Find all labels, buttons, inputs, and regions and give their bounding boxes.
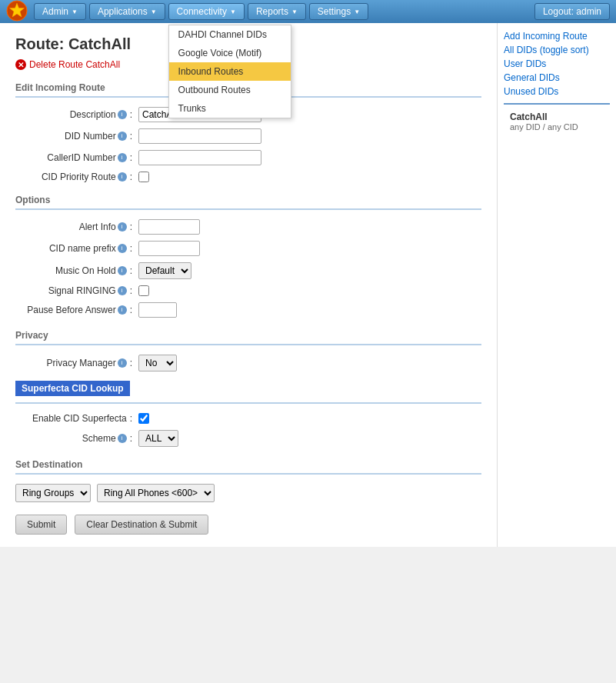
signal-ringing-row: Signal RINGING i :: [15, 285, 481, 296]
add-incoming-route-link[interactable]: Add Incoming Route: [504, 29, 610, 43]
connectivity-menu-container[interactable]: Connectivity ▼ DAHDI Channel DIDs Google…: [168, 3, 248, 20]
right-sidebar-divider: [504, 103, 610, 105]
top-navigation: Admin ▼ Applications ▼ Connectivity ▼ DA…: [0, 0, 616, 23]
settings-menu[interactable]: Settings ▼: [309, 3, 371, 20]
superfecta-header: Superfecta CID Lookup: [15, 381, 130, 396]
pause-before-input[interactable]: [138, 302, 177, 318]
connectivity-button[interactable]: Connectivity ▼: [168, 3, 245, 20]
cid-name-prefix-input[interactable]: [138, 241, 200, 256]
alert-info-label: Alert Info i :: [15, 222, 138, 232]
chevron-down-icon: ▼: [291, 8, 298, 15]
delete-icon: ✕: [15, 59, 26, 70]
all-dids-link[interactable]: All DIDs (toggle sort): [504, 43, 610, 57]
logout-button[interactable]: Logout: admin: [534, 3, 610, 20]
reports-menu[interactable]: Reports ▼: [248, 3, 309, 20]
signal-ringing-label: Signal RINGING i :: [15, 285, 138, 296]
connectivity-dropdown: DAHDI Channel DIDs Google Voice (Motif) …: [168, 25, 291, 118]
cid-name-prefix-info-icon[interactable]: i: [118, 244, 127, 253]
button-row: Submit Clear Destination & Submit: [15, 515, 481, 535]
cid-priority-info-icon[interactable]: i: [118, 172, 127, 182]
privacy-section-header: Privacy: [15, 330, 481, 341]
description-label: Description i :: [15, 109, 138, 120]
pause-before-label: Pause Before Answer i :: [15, 305, 138, 315]
enable-cid-superfecta-checkbox[interactable]: [138, 413, 149, 424]
general-dids-link[interactable]: General DIDs: [504, 71, 610, 85]
privacy-manager-select[interactable]: No Yes: [138, 355, 177, 371]
settings-button[interactable]: Settings ▼: [309, 3, 368, 20]
chevron-down-icon: ▼: [72, 8, 78, 15]
menu-item-trunks[interactable]: Trunks: [169, 99, 291, 118]
callerid-row: CallerID Number i :: [15, 150, 481, 165]
logo: [6, 0, 28, 24]
cid-priority-checkbox[interactable]: [138, 172, 149, 182]
reports-button[interactable]: Reports ▼: [248, 3, 306, 20]
scheme-info-icon[interactable]: i: [118, 434, 127, 443]
clear-destination-submit-button[interactable]: Clear Destination & Submit: [75, 515, 208, 535]
alert-info-icon[interactable]: i: [118, 222, 127, 232]
submit-button[interactable]: Submit: [15, 515, 67, 535]
scheme-label: Scheme i :: [15, 433, 138, 444]
current-route-name: CatchAll: [510, 112, 604, 122]
callerid-info-icon[interactable]: i: [118, 153, 127, 162]
admin-menu[interactable]: Admin ▼: [34, 3, 89, 20]
section-divider-5: [15, 473, 481, 475]
privacy-manager-label: Privacy Manager i :: [15, 358, 138, 368]
menu-item-dahdi[interactable]: DAHDI Channel DIDs: [169, 25, 291, 44]
user-dids-link[interactable]: User DIDs: [504, 57, 610, 71]
scheme-row: Scheme i : ALL: [15, 430, 481, 447]
signal-ringing-info-icon[interactable]: i: [118, 286, 127, 295]
privacy-manager-info-icon[interactable]: i: [118, 358, 127, 368]
unused-dids-link[interactable]: Unused DIDs: [504, 85, 610, 98]
current-route-info: CatchAll any DID / any CID: [504, 109, 610, 134]
privacy-manager-row: Privacy Manager i : No Yes: [15, 355, 481, 371]
chevron-down-icon: ▼: [354, 8, 360, 15]
music-on-hold-label: Music On Hold i :: [15, 265, 138, 276]
did-number-input[interactable]: [138, 128, 261, 144]
did-number-row: DID Number i :: [15, 128, 481, 144]
section-divider-4: [15, 402, 481, 404]
pause-before-row: Pause Before Answer i :: [15, 302, 481, 318]
destination-target-select[interactable]: Ring All Phones <600>: [97, 484, 215, 502]
music-on-hold-select[interactable]: Default: [138, 262, 191, 279]
pause-before-info-icon[interactable]: i: [118, 305, 127, 315]
music-on-hold-row: Music On Hold i : Default: [15, 262, 481, 279]
did-info-icon[interactable]: i: [118, 132, 127, 141]
page-layout: Route: CatchAll ✕ Delete Route CatchAll …: [0, 23, 616, 547]
admin-button[interactable]: Admin ▼: [34, 3, 86, 20]
section-divider-3: [15, 344, 481, 345]
cid-priority-label: CID Priority Route i :: [15, 172, 138, 182]
alert-info-input[interactable]: [138, 219, 200, 235]
description-info-icon[interactable]: i: [118, 110, 127, 119]
chevron-down-icon: ▼: [151, 8, 157, 15]
applications-menu[interactable]: Applications ▼: [89, 3, 168, 20]
scheme-select[interactable]: ALL: [138, 430, 178, 447]
alert-info-row: Alert Info i :: [15, 219, 481, 235]
destination-row: Ring Groups Extensions Queues Voicemail …: [15, 484, 481, 502]
enable-cid-superfecta-row: Enable CID Superfecta :: [15, 413, 481, 424]
menu-item-inbound-routes[interactable]: Inbound Routes: [169, 62, 291, 81]
enable-cid-label: Enable CID Superfecta :: [15, 413, 138, 424]
chevron-down-icon: ▼: [230, 8, 236, 15]
options-section-header: Options: [15, 195, 481, 205]
right-sidebar: Add Incoming Route All DIDs (toggle sort…: [497, 23, 616, 547]
music-on-hold-info-icon[interactable]: i: [118, 266, 127, 275]
cid-name-prefix-row: CID name prefix i :: [15, 241, 481, 256]
menu-item-outbound-routes[interactable]: Outbound Routes: [169, 81, 291, 99]
set-destination-section-header: Set Destination: [15, 459, 481, 470]
callerid-input[interactable]: [138, 150, 261, 165]
did-number-label: DID Number i :: [15, 131, 138, 142]
destination-type-select[interactable]: Ring Groups Extensions Queues Voicemail: [15, 484, 91, 502]
section-divider-2: [15, 208, 481, 210]
applications-button[interactable]: Applications ▼: [89, 3, 165, 20]
cid-priority-row: CID Priority Route i :: [15, 172, 481, 182]
current-route-sub: any DID / any CID: [510, 122, 604, 132]
signal-ringing-checkbox[interactable]: [138, 285, 149, 296]
menu-item-google-voice[interactable]: Google Voice (Motif): [169, 44, 291, 62]
cid-name-prefix-label: CID name prefix i :: [15, 243, 138, 254]
callerid-label: CallerID Number i :: [15, 152, 138, 163]
